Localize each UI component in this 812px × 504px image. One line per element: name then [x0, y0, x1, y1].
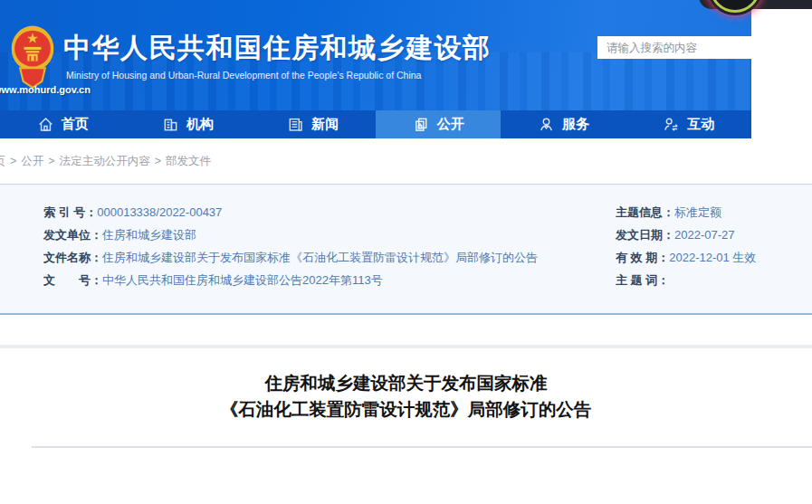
nav-item-home[interactable]: 首页 [0, 110, 125, 138]
breadcrumb-separator: > [48, 155, 54, 167]
info-column-left: 索 引 号：000013338/2022-00437 发文单位：住房和城乡建设部… [43, 201, 538, 291]
nav-item-label: 机构 [186, 116, 214, 133]
nav-item-label: 服务 [562, 116, 589, 133]
info-label: 发文单位： [43, 228, 102, 242]
info-label: 文件名称： [43, 251, 102, 264]
nav-item-label: 首页 [62, 116, 89, 133]
service-person-icon [538, 116, 555, 133]
breadcrumb-open[interactable]: 公开 [21, 155, 43, 167]
info-column-right: 主题信息：标准定额 发文日期：2022-07-27 有 效 期：2022-12-… [616, 201, 756, 291]
info-row-issuing-unit: 发文单位：住房和城乡建设部 [43, 223, 538, 246]
info-value: 住房和城乡建设部 [102, 228, 196, 242]
info-value: 000013338/2022-00437 [97, 205, 222, 219]
article-title-line2: 《石油化工装置防雷设计规范》局部修订的公告 [0, 396, 812, 423]
breadcrumb-home[interactable]: 首页 [0, 155, 5, 167]
info-row-issue-date: 发文日期：2022-07-27 [616, 223, 756, 246]
nav-item-label: 公开 [437, 116, 464, 133]
breadcrumb: 首页>公开>法定主动公开内容>部发文件 [0, 154, 211, 169]
national-emblem-icon [9, 24, 56, 92]
nav-item-organization[interactable]: 机构 [125, 110, 250, 138]
info-row-topic-info: 主题信息：标准定额 [616, 201, 756, 223]
info-value: 标准定额 [674, 205, 721, 219]
site-header: 中华人民共和国住房和城乡建设部 Ministry of Housing and … [0, 0, 751, 110]
nav-item-services[interactable]: 服务 [501, 110, 626, 138]
nav-item-interaction[interactable]: 互动 [626, 110, 751, 138]
article-title-line1: 住房和城乡建设部关于发布国家标准 [0, 370, 812, 396]
open-docs-icon [413, 116, 430, 133]
site-url: www.mohurd.gov.cn [0, 84, 91, 95]
nav-item-news[interactable]: 新闻 [251, 110, 376, 138]
building-icon [162, 116, 179, 133]
site-subtitle: Ministry of Housing and Urban-Rural Deve… [66, 70, 421, 81]
interaction-icon [663, 116, 680, 133]
search-input[interactable] [597, 36, 751, 59]
breadcrumb-separator: > [10, 155, 16, 167]
nav-item-label: 互动 [687, 116, 714, 133]
breadcrumb-ministry-documents[interactable]: 部发文件 [166, 155, 211, 167]
page: 中华人民共和国住房和城乡建设部 Ministry of Housing and … [0, 0, 812, 504]
article-title: 住房和城乡建设部关于发布国家标准 《石油化工装置防雷设计规范》局部修订的公告 [0, 370, 812, 423]
info-label: 有 效 期： [616, 251, 669, 264]
nav-item-label: 新闻 [311, 116, 339, 133]
info-label: 主题信息： [616, 205, 674, 219]
info-value: 中华人民共和国住房和城乡建设部公告2022年第113号 [102, 273, 383, 287]
article-title-divider [32, 446, 812, 448]
info-label: 索 引 号： [43, 205, 97, 219]
info-label: 发文日期： [616, 228, 674, 242]
info-value: 住房和城乡建设部关于发布国家标准《石油化工装置防雷设计规范》局部修订的公告 [102, 251, 538, 264]
section-divider-band [0, 345, 812, 348]
nav-item-open-information[interactable]: 公开 [376, 110, 501, 138]
info-value: 2022-12-01 生效 [669, 251, 756, 264]
breadcrumb-separator: > [155, 155, 161, 167]
info-row-keywords: 主 题 词： [616, 269, 756, 291]
info-label: 文 号： [43, 273, 102, 287]
site-title: 中华人民共和国住房和城乡建设部 [63, 30, 492, 67]
document-info-panel: 索 引 号：000013338/2022-00437 发文单位：住房和城乡建设部… [0, 184, 812, 315]
info-row-index-number: 索 引 号：000013338/2022-00437 [43, 201, 538, 223]
info-row-document-name: 文件名称：住房和城乡建设部关于发布国家标准《石油化工装置防雷设计规范》局部修订的… [43, 246, 538, 269]
info-label: 主 题 词： [616, 273, 669, 287]
breadcrumb-statutory-disclosure[interactable]: 法定主动公开内容 [60, 155, 150, 167]
info-value: 2022-07-27 [674, 228, 735, 242]
info-row-document-number: 文 号：中华人民共和国住房和城乡建设部公告2022年第113号 [43, 269, 538, 291]
home-icon [37, 116, 54, 133]
info-row-effective-date: 有 效 期：2022-12-01 生效 [616, 246, 756, 269]
main-nav: 首页 机构 新闻 公开 [0, 110, 751, 138]
news-icon [287, 116, 304, 133]
